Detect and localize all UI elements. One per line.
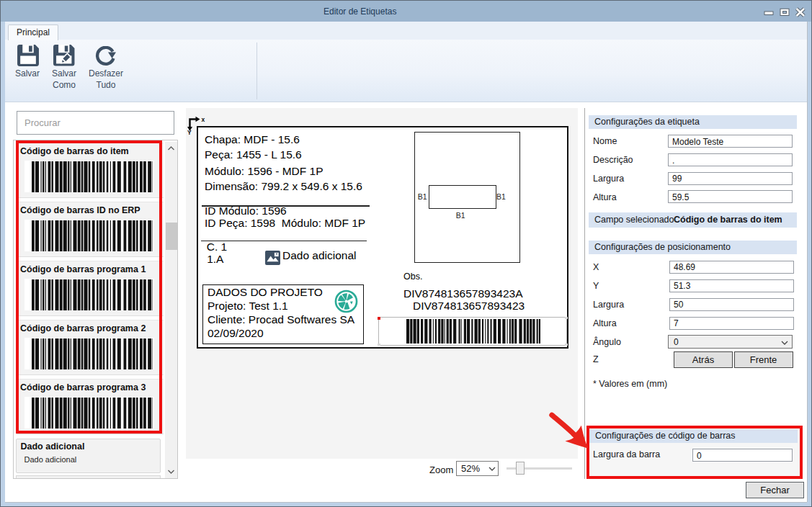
svg-text:Y: Y xyxy=(187,129,192,136)
svg-text:x: x xyxy=(202,116,205,123)
